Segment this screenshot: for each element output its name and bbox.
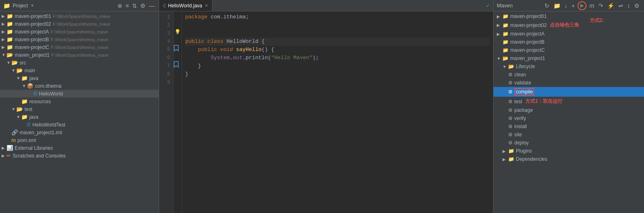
gutter-icon-1: [174, 11, 181, 20]
folder-icon: 📁: [7, 44, 13, 50]
maven-m-btn[interactable]: m: [588, 2, 595, 9]
maven-run-btn[interactable]: ▶: [578, 1, 586, 10]
maven-item-label: maven-projectB: [510, 39, 544, 45]
pom-file-icon: m: [11, 137, 16, 143]
tree-item-helloworld[interactable]: © HelloWorld: [0, 90, 159, 98]
maven-tree-item-dependencies[interactable]: ▶ 📁 Dependencies: [494, 155, 644, 163]
maven-tree-item-project01[interactable]: ▶ 📁 maven-project01: [494, 12, 644, 20]
maven-skip-btn[interactable]: ↷: [597, 2, 604, 9]
code-line-8: }: [185, 70, 490, 78]
maven-tree: ▶ 📁 maven-project01 方式2: ▶ 📁 maven-proje…: [494, 11, 644, 213]
maven-tree-item-project1[interactable]: ▼ 📂 maven_project1: [494, 54, 644, 62]
editor-tab-helloworld[interactable]: C HelloWorld.java ✕: [159, 0, 212, 11]
tree-path: F:\WorkSpace\itheima_mave: [51, 37, 108, 42]
maven-panel: Maven ↻ 📁 ↓ + ▶ m ↷ ⚡ ⇌ ↕ ⚙ ▶ 📁 maven-pr…: [493, 0, 644, 213]
tab-close-icon[interactable]: ✕: [205, 3, 208, 8]
maven-item-label: deploy: [514, 140, 529, 146]
maven-gear-icon: ⚙: [508, 124, 513, 129]
line-num-6: 6: [159, 54, 170, 62]
maven-item-label: clean: [514, 72, 526, 78]
tree-label: maven_project1: [15, 52, 49, 58]
tree-item-maven-project1[interactable]: ▼ 📂 maven_project1 F:\WorkSpace\itheima_…: [0, 51, 159, 59]
editor-content: 1 2 3 4 5 6 7 8 9 💡: [159, 11, 493, 213]
tree-label: src: [20, 60, 26, 66]
maven-add-folder-btn[interactable]: 📁: [552, 2, 562, 9]
libs-icon: 📊: [7, 145, 13, 151]
maven-folder-icon: 📁: [502, 13, 509, 19]
tree-item-main[interactable]: ▼ 📂 main: [0, 67, 159, 74]
maven-lifecycle-icon: 📂: [508, 64, 514, 69]
maven-tree-item-lifecycle[interactable]: ▼ 📂 Lifecycle: [494, 62, 644, 71]
arrow-down-icon: ▼: [11, 107, 16, 111]
maven-folder-icon: 📁: [502, 31, 509, 37]
line-num-4: 4: [159, 38, 170, 46]
folder-icon: 📁: [7, 36, 13, 42]
maven-dependencies-icon: 📁: [508, 156, 514, 162]
maven-folder-icon: 📁: [502, 47, 509, 53]
arrow-right-icon: ▶: [2, 45, 7, 49]
tree-item-external-libs[interactable]: ▶ 📊 External Libraries: [0, 144, 159, 152]
tree-item-helloworldtest[interactable]: © HelloWorldTest: [0, 121, 159, 129]
tree-item-java[interactable]: ▼ 📁 java: [0, 74, 159, 82]
tree-label: HelloWorldTest: [33, 122, 65, 128]
tree-item-test[interactable]: ▼ 📂 test: [0, 105, 159, 113]
maven-tree-item-projectA[interactable]: ▶ 📁 maven-projectA: [494, 30, 644, 38]
tree-item-pom[interactable]: m pom.xml: [0, 136, 159, 144]
maven-item-label: Lifecycle: [516, 64, 535, 69]
code-editor[interactable]: package com.itheima; public class HelloW…: [182, 11, 493, 213]
maven-tree-item-clean[interactable]: ⚙ clean: [494, 71, 644, 79]
tree-label: java: [29, 75, 38, 81]
maven-expand-btn[interactable]: ↕: [626, 2, 631, 9]
maven-tree-item-verify[interactable]: ⚙ verify: [494, 114, 644, 122]
project-tree: ▶ 📁 maven-project01 F:\WorkSpace\itheima…: [0, 11, 159, 213]
maven-refresh-btn[interactable]: ↻: [543, 2, 551, 9]
arrow-down-icon: ▼: [16, 115, 21, 119]
folder-icon: 📁: [3, 2, 10, 9]
maven-download-btn[interactable]: ↓: [563, 2, 569, 9]
tree-item-resources[interactable]: 📁 resources: [0, 98, 159, 105]
maven-settings-btn[interactable]: ⚙: [633, 2, 641, 9]
maven-tree-item-install[interactable]: ⚙ install: [494, 122, 644, 131]
maven-tree-item-plugins[interactable]: ▶ 📁 Plugins: [494, 147, 644, 155]
panel-icon-close[interactable]: —: [148, 2, 155, 9]
panel-icon-globe[interactable]: ⊕: [117, 2, 123, 9]
tree-item-scratches[interactable]: ▶ ✏ Scratches and Consoles: [0, 152, 159, 160]
tab-label: HelloWorld.java: [168, 3, 202, 9]
tree-item-maven-projectC[interactable]: ▶ 📁 maven-projectC F:\WorkSpace\itheima_…: [0, 43, 159, 51]
maven-gear-icon: ⚙: [508, 107, 513, 113]
maven-tree-item-projectB[interactable]: 📁 maven-projectB: [494, 38, 644, 46]
maven-item-label: maven-projectA: [510, 31, 544, 37]
tree-item-maven-project02[interactable]: ▶ 📁 maven-project02 F:\WorkSpace\itheima…: [0, 20, 159, 28]
tree-item-com-itheima[interactable]: ▼ 📦 com.itheima: [0, 82, 159, 90]
maven-bolt-btn[interactable]: ⚡: [606, 2, 615, 9]
maven-tree-item-compile[interactable]: ⚙ compile: [494, 87, 644, 97]
maven-tree-item-package[interactable]: ⚙ package: [494, 106, 644, 114]
tree-label: maven_project1.iml: [20, 130, 62, 135]
arrow-down-icon: ▼: [11, 68, 16, 73]
maven-align-btn[interactable]: ⇌: [617, 2, 624, 9]
tree-item-test-java[interactable]: ▼ 📁 java: [0, 113, 159, 121]
maven-gear-icon: ⚙: [508, 80, 513, 86]
tree-item-src[interactable]: ▼ 📂 src: [0, 59, 159, 67]
maven-tree-item-deploy[interactable]: ⚙ deploy: [494, 139, 644, 147]
tree-item-maven-project01[interactable]: ▶ 📁 maven-project01 F:\WorkSpace\itheima…: [0, 12, 159, 20]
maven-tree-item-project02[interactable]: ▶ 📁 maven-project02 点击绿色三角: [494, 20, 644, 30]
tree-label: maven-project01: [15, 13, 51, 19]
maven-tree-item-projectC[interactable]: 📁 maven-projectC: [494, 46, 644, 54]
maven-tree-item-validate[interactable]: ⚙ validate: [494, 79, 644, 87]
arrow-right-icon: ▶: [2, 29, 7, 34]
panel-icon-settings[interactable]: ⚙: [139, 2, 146, 9]
folder-java-icon: 📁: [21, 75, 28, 81]
panel-icon-collapse[interactable]: ⇅: [131, 2, 138, 9]
maven-tree-item-test[interactable]: ⚙ test 方式1：双击运行: [494, 97, 644, 106]
maven-arrow-down-icon: ▼: [502, 64, 508, 69]
project-panel-title: Project: [13, 3, 28, 9]
panel-icon-align[interactable]: ≡: [125, 2, 130, 9]
tree-item-iml[interactable]: 🔗 maven_project1.iml: [0, 129, 159, 136]
tree-item-maven-projectB[interactable]: ▶ 📁 maven-projectB F:\WorkSpace\itheima_…: [0, 36, 159, 43]
line-num-1: 1: [159, 13, 170, 21]
maven-tree-item-site[interactable]: ⚙ site: [494, 131, 644, 139]
maven-plus-btn[interactable]: +: [570, 2, 576, 9]
maven-title: Maven: [497, 2, 513, 9]
tree-item-maven-projectA[interactable]: ▶ 📁 maven-projectA F:\WorkSpace\itheima_…: [0, 28, 159, 36]
